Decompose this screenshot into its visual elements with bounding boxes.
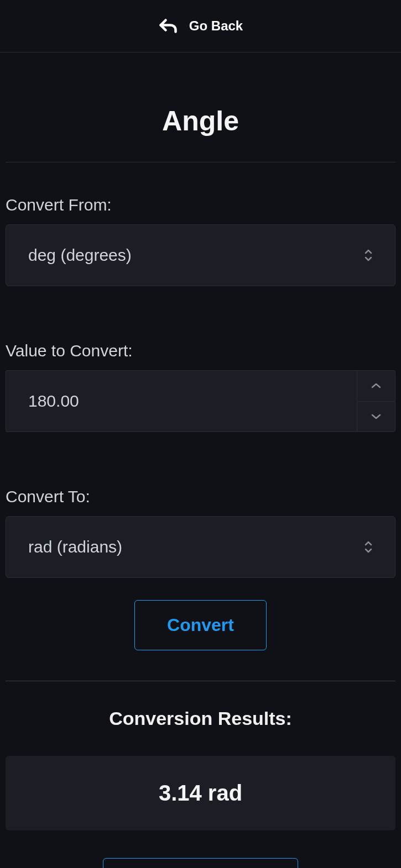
go-back-label: Go Back [189, 18, 243, 34]
convert-from-value: deg (degrees) [6, 224, 395, 286]
copy-to-clipboard-button[interactable]: Copy to Clipboard [103, 858, 298, 868]
select-chevrons-icon [363, 249, 373, 262]
value-to-convert-label: Value to Convert: [6, 341, 395, 360]
chevron-up-icon [370, 382, 382, 390]
results-title: Conversion Results: [6, 708, 395, 729]
convert-to-label: Convert To: [6, 487, 395, 506]
header-back-link[interactable]: Go Back [0, 0, 401, 52]
select-chevrons-icon [363, 540, 373, 554]
convert-to-select[interactable]: rad (radians) [6, 516, 395, 578]
chevron-down-icon [370, 413, 382, 420]
page-title: Angle [6, 105, 395, 137]
stepper-down-button[interactable] [357, 401, 395, 433]
convert-to-value: rad (radians) [6, 516, 395, 578]
convert-from-label: Convert From: [6, 196, 395, 214]
value-input[interactable] [6, 370, 357, 432]
stepper-up-button[interactable] [357, 370, 395, 401]
title-divider [6, 162, 395, 162]
results-divider [6, 681, 395, 681]
convert-from-select[interactable]: deg (degrees) [6, 224, 395, 286]
convert-button[interactable]: Convert [134, 600, 267, 650]
result-value: 3.14 rad [6, 756, 395, 830]
back-arrow-icon [158, 18, 178, 34]
